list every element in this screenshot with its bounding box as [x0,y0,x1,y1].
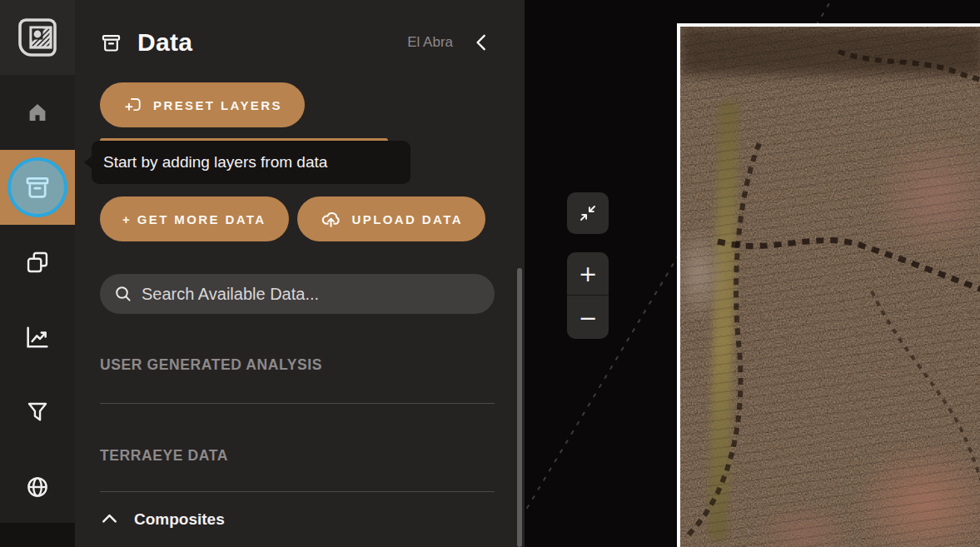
preset-layers-label: PRESET LAYERS [153,98,282,112]
section-user-generated-analysis: USER GENERATED ANALYSIS [100,356,495,374]
data-actions-row: + GET MORE DATA UPLOAD DATA [100,196,495,241]
get-more-data-button[interactable]: + GET MORE DATA [100,196,289,241]
sidebar-item-home[interactable] [0,75,75,150]
divider [100,403,495,404]
zoom-controls: + − [567,252,609,339]
active-item-highlight [7,157,67,217]
terraeye-logo-icon [15,15,60,60]
sidebar-item-analytics[interactable] [0,300,75,375]
sidebar-bottom-section [0,523,75,547]
divider [100,491,495,492]
upload-data-button[interactable]: UPLOAD DATA [297,196,485,241]
panel-header: Data El Abra [100,25,495,60]
onboarding-tooltip: Start by adding layers from data [92,141,410,184]
get-more-data-label: + GET MORE DATA [122,212,266,226]
cloud-upload-icon [320,208,342,231]
chart-icon [23,323,52,351]
chevron-left-icon [471,31,493,54]
panel-scrollbar[interactable] [517,268,522,547]
tooltip-text: Start by adding layers from data [103,153,327,172]
preset-layers-button[interactable]: PRESET LAYERS [100,82,305,127]
layers-icon [24,249,51,276]
sidebar-item-projects[interactable] [0,225,75,300]
funnel-icon [24,399,51,425]
sidebar [0,0,75,547]
app-window: Data El Abra PRESET LAYERS Start by addi… [0,0,980,547]
search-icon [113,284,133,304]
archive-icon [23,173,52,201]
search-bar[interactable] [100,274,495,314]
home-icon [25,100,50,125]
composites-group-label: Composites [134,510,225,529]
collapse-map-button[interactable] [567,192,609,234]
archive-icon [100,32,122,54]
compress-icon [577,202,599,224]
zoom-out-button[interactable]: − [567,296,609,339]
sidebar-item-data[interactable] [0,150,75,225]
upload-data-label: UPLOAD DATA [352,212,463,226]
section-terraeye-data: TERRAEYE DATA [100,447,495,465]
terrain-ridges [680,27,980,547]
area-label: El Abra [407,34,453,51]
map-canvas[interactable]: + − [525,0,980,547]
map-controls: + − [567,192,609,339]
composites-group-toggle[interactable]: Composites [100,510,495,529]
globe-icon [24,474,51,500]
collapse-panel-button[interactable] [471,31,493,54]
chevron-up-icon [100,510,119,529]
app-logo[interactable] [0,0,75,75]
satellite-image-tile [677,23,980,547]
sidebar-item-filter[interactable] [0,375,75,450]
search-input[interactable] [142,285,481,304]
page-title: Data [137,28,192,57]
add-layer-icon [122,95,143,116]
data-panel: Data El Abra PRESET LAYERS Start by addi… [75,0,525,547]
zoom-in-button[interactable]: + [567,252,609,296]
sidebar-item-globe[interactable] [0,450,75,525]
